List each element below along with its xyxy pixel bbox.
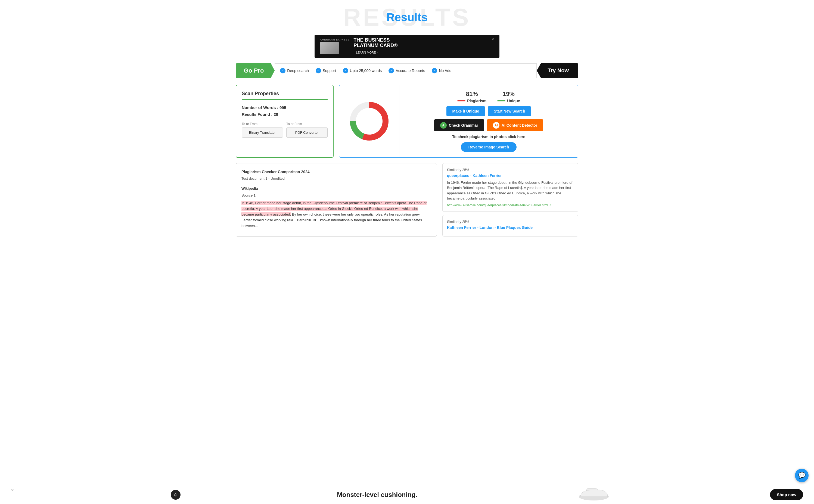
document-panel: Plagiarism Checker Comparison 2024 Test … (236, 163, 437, 237)
ad-learn-more-button[interactable]: LEARN MORE › (354, 50, 380, 55)
gopro-try-now-button[interactable]: Try Now (537, 63, 578, 78)
doc-title: Plagiarism Checker Comparison 2024 (241, 169, 431, 175)
tool1-label: To or From (242, 122, 283, 126)
pdf-converter-button[interactable]: PDF Converter (286, 127, 328, 138)
ad-close-icon[interactable]: ✕ (492, 38, 494, 41)
gopro-feature-reports: ✓ Accurate Reports (389, 68, 425, 73)
match1-excerpt: In 1946, Ferrier made her stage debut, i… (447, 180, 574, 201)
reverse-image-search-button[interactable]: Reverse Image Search (461, 142, 517, 152)
gopro-feature-deep-search: ✓ Deep search (280, 68, 309, 73)
doc-source-label: Source 1 (241, 193, 431, 198)
match2-similarity: Similarity 25% (447, 220, 574, 224)
ai-content-detector-button[interactable]: AI AI Content Detector (487, 119, 543, 131)
plagiarism-stat: 81% Plagiarism (457, 91, 486, 103)
action-buttons-row1: Make it Unique Start New Search (405, 106, 573, 116)
gopro-feature-no-ads: ✓ No Ads (432, 68, 451, 73)
unique-label: Unique (507, 99, 520, 103)
ad-banner-left: AMERICAN EXPRESS THE BUSINESS PLATINUM C… (320, 38, 397, 55)
main-content: Scan Properties Number of Words : 995 Re… (236, 85, 578, 158)
match1-url[interactable]: http://www.elisarolle.com/queerplaces/kl… (447, 203, 574, 207)
ad-banner: AMERICAN EXPRESS THE BUSINESS PLATINUM C… (315, 35, 499, 58)
external-link-icon: ↗ (549, 203, 552, 207)
word-count-label: Number of Words : (242, 105, 278, 110)
ad-tagline: THE BUSINESS (354, 38, 398, 43)
results-heading-wrapper: RESULTS Results (236, 5, 578, 29)
tool2-label: To or From (286, 122, 328, 126)
make-it-unique-button[interactable]: Make it Unique (446, 106, 485, 116)
gopro-label-no-ads: No Ads (439, 69, 451, 73)
match-card-2: Similarity 25% Kathleen Ferrier - London… (442, 215, 578, 237)
donut-chart (347, 99, 391, 143)
match-panel: Similarity 25% queerplaces - Kathleen Fe… (442, 163, 578, 237)
match1-similarity: Similarity 25% (447, 168, 574, 172)
gopro-label-reports: Accurate Reports (396, 69, 425, 73)
check-icon-reports: ✓ (389, 68, 394, 73)
ad-amex-info: AMERICAN EXPRESS (320, 38, 350, 54)
gopro-feature-support: ✓ Support (316, 68, 336, 73)
gopro-features: ✓ Deep search ✓ Support ✓ Upto 25,000 wo… (275, 63, 537, 78)
plagiarism-label: Plagiarism (467, 99, 486, 103)
scan-tools: To or From Binary Translator To or From … (242, 122, 328, 138)
ad-brand: AMERICAN EXPRESS (320, 38, 350, 41)
results-found-stat: Results Found : 28 (242, 112, 328, 117)
ad-tagline-wrapper: THE BUSINESS PLATINUM CARD® LEARN MORE › (354, 38, 398, 55)
match1-url-text: http://www.elisarolle.com/queerplaces/kl… (447, 203, 548, 207)
ad-tagline2: PLATINUM CARD® (354, 43, 398, 48)
doc-subtitle: Test document 1 - Unedited (241, 176, 431, 182)
binary-translator-button[interactable]: Binary Translator (242, 127, 283, 138)
check-icon-words: ✓ (343, 68, 348, 73)
scan-properties-panel: Scan Properties Number of Words : 995 Re… (236, 85, 334, 158)
gopro-badge[interactable]: Go Pro (236, 63, 275, 78)
doc-content: In 1946, Ferrier made her stage debut, i… (241, 200, 431, 229)
match1-title[interactable]: queerplaces - Kathleen Ferrier (447, 173, 574, 178)
tool-group-1: To or From Binary Translator (242, 122, 283, 138)
legend-red-line (457, 100, 465, 101)
page-title: Results (236, 5, 578, 29)
check-icon-deep: ✓ (280, 68, 285, 73)
results-found-label: Results Found : (242, 112, 272, 117)
gopro-feature-words: ✓ Upto 25,000 words (343, 68, 382, 73)
doc-source-section: Wikipedia (241, 186, 431, 192)
bottom-content: Plagiarism Checker Comparison 2024 Test … (236, 163, 578, 237)
scan-properties-title: Scan Properties (242, 91, 328, 100)
check-icon-support: ✓ (316, 68, 321, 73)
ai-icon: AI (493, 122, 499, 129)
legend-green-line (497, 100, 505, 101)
unique-stat: 19% Unique (497, 91, 520, 103)
match2-title[interactable]: Kathleen Ferrier - London - Blue Plaques… (447, 225, 574, 230)
grammar-icon: A (440, 122, 447, 129)
ad-card-image (320, 42, 339, 54)
start-new-search-button[interactable]: Start New Search (488, 106, 531, 116)
word-count-value: 995 (279, 105, 286, 110)
check-grammar-button[interactable]: A Check Grammar (434, 119, 484, 131)
results-stats: 81% Plagiarism 19% Unique (399, 85, 578, 157)
donut-wrapper (339, 85, 399, 157)
gopro-label-support: Support (323, 69, 336, 73)
word-count-stat: Number of Words : 995 (242, 105, 328, 110)
gopro-label-deep: Deep search (287, 69, 309, 73)
action-buttons-row2: A Check Grammar AI AI Content Detector (405, 119, 573, 131)
check-icon-no-ads: ✓ (432, 68, 437, 73)
results-panel: 81% Plagiarism 19% Unique (339, 85, 578, 158)
tool-group-2: To or From PDF Converter (286, 122, 328, 138)
unique-percent: 19% (497, 91, 520, 98)
plagiarism-legend: Plagiarism (457, 99, 486, 103)
results-found-value: 28 (274, 112, 278, 117)
stats-row: 81% Plagiarism 19% Unique (405, 91, 573, 103)
check-grammar-label: Check Grammar (449, 123, 478, 127)
match-card-1: Similarity 25% queerplaces - Kathleen Fe… (442, 163, 578, 212)
plagiarism-percent: 81% (457, 91, 486, 98)
unique-legend: Unique (497, 99, 520, 103)
gopro-label-words: Upto 25,000 words (350, 69, 382, 73)
gopro-bar: Go Pro ✓ Deep search ✓ Support ✓ Upto 25… (236, 63, 578, 78)
ai-content-label: AI Content Detector (502, 123, 537, 127)
check-photos-text: To check plagiarism in photos click here (405, 135, 573, 139)
